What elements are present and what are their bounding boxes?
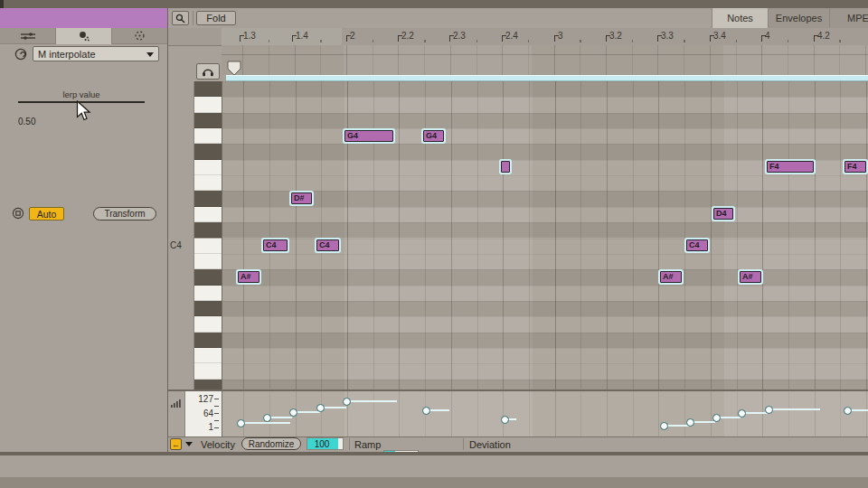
ruler-tick-label[interactable]: 4.2: [817, 31, 830, 41]
ruler-tick-label[interactable]: 2.3: [453, 31, 466, 41]
velocity-point[interactable]: [422, 407, 430, 415]
piano-key-black[interactable]: [194, 191, 222, 206]
velocity-point[interactable]: [501, 416, 509, 424]
velocity-editor[interactable]: [222, 391, 868, 436]
piano-key-white[interactable]: [194, 348, 222, 363]
grid-line-vertical: [373, 81, 374, 390]
velocity-point[interactable]: [765, 406, 773, 414]
playhead-marker[interactable]: [227, 61, 241, 76]
ruler-tick-label[interactable]: 3.3: [661, 31, 674, 41]
velocity-point[interactable]: [263, 414, 271, 422]
velocity-icon-cell: [168, 391, 184, 436]
preview-headphone-button[interactable]: [196, 63, 220, 80]
ruler-tick-label[interactable]: 3.4: [713, 31, 726, 41]
piano-key-black[interactable]: [194, 301, 222, 316]
device-tab-sliders[interactable]: [0, 28, 55, 44]
lane-chooser-arrow[interactable]: [185, 442, 193, 446]
velocity-point[interactable]: [660, 422, 668, 430]
piano-key-black[interactable]: [194, 113, 222, 128]
piano-key-black[interactable]: [194, 81, 222, 97]
device-selector-dropdown[interactable]: M interpolate: [33, 46, 159, 61]
auto-mode-icon[interactable]: [12, 207, 24, 220]
velocity-point[interactable]: [686, 418, 694, 427]
device-tab-expression[interactable]: [55, 28, 111, 44]
piano-key-white[interactable]: [194, 97, 222, 112]
fold-button[interactable]: Fold: [196, 11, 236, 25]
ruler-tick-label[interactable]: 2.4: [505, 31, 518, 41]
piano-key-white[interactable]: [194, 239, 222, 254]
grid-line-vertical: [555, 81, 556, 390]
velocity-point[interactable]: [844, 407, 852, 415]
grid-line-vertical: [607, 81, 608, 390]
piano-key-black[interactable]: [194, 333, 222, 348]
tab-notes-label: Notes: [727, 13, 753, 23]
grid-line-vertical: [450, 45, 451, 75]
ruler-tick-label[interactable]: 1.4: [296, 31, 308, 41]
velocity-point[interactable]: [712, 414, 721, 422]
ruler-tick-label[interactable]: 3: [558, 31, 563, 41]
row-divider: [222, 316, 868, 317]
piano-key-black[interactable]: [194, 144, 222, 159]
piano-key-white[interactable]: [194, 175, 222, 191]
grid-line-vertical: [528, 45, 529, 75]
param-value[interactable]: 0.50: [18, 117, 35, 127]
lane-name-label[interactable]: Velocity: [201, 439, 235, 450]
zoom-search-button[interactable]: [172, 11, 189, 25]
velocity-scale: 127 64 1: [184, 391, 222, 436]
grid-line-vertical: [658, 81, 659, 390]
ruler-subdivision-dash: [269, 40, 270, 42]
ruler-tick-label[interactable]: 4: [765, 31, 770, 41]
tab-notes[interactable]: Notes: [712, 8, 768, 28]
ruler-subdivision-dash: [580, 40, 581, 42]
grid-line-vertical: [788, 45, 788, 75]
scrub-area[interactable]: [222, 45, 868, 75]
piano-key-black[interactable]: [194, 222, 222, 238]
black-key-row-stripe: [222, 301, 868, 316]
piano-key-white[interactable]: [194, 128, 222, 144]
ruler-tick-label[interactable]: 2: [350, 31, 355, 41]
randomize-button[interactable]: Randomize: [241, 437, 301, 450]
piano-key-white[interactable]: [194, 160, 222, 175]
row-divider: [222, 286, 868, 286]
piano-key-white[interactable]: [194, 363, 222, 379]
bar-shading: [723, 45, 868, 75]
lane-back-button[interactable]: ←: [170, 438, 182, 450]
piano-key-white[interactable]: [194, 254, 222, 269]
velocity-point[interactable]: [237, 419, 245, 427]
velocity-point[interactable]: [316, 404, 325, 412]
transform-button[interactable]: Transform: [93, 207, 156, 221]
grid-line-vertical: [840, 81, 841, 390]
velocity-point[interactable]: [289, 408, 297, 417]
piano-key-white[interactable]: [194, 207, 222, 222]
velocity-duration-line: [293, 411, 320, 413]
tab-mpe-label: MPE: [847, 13, 868, 23]
device-tab-modulation[interactable]: [111, 28, 167, 44]
velocity-bars-icon: [171, 399, 181, 408]
ruler-tick-label[interactable]: 2.2: [401, 31, 414, 41]
grid-line-vertical: [425, 81, 426, 390]
device-title-bar[interactable]: [0, 8, 167, 28]
piano-key-white[interactable]: [194, 316, 222, 332]
grid-line-vertical: [373, 45, 373, 75]
tab-envelopes[interactable]: Envelopes: [768, 8, 829, 28]
velocity-point[interactable]: [738, 409, 746, 418]
grid-line-vertical: [269, 81, 270, 390]
auto-button[interactable]: Auto: [29, 207, 64, 221]
note-grid[interactable]: [222, 81, 868, 390]
beat-time-ruler[interactable]: 1.31.422.22.32.433.23.33.444.2: [168, 28, 868, 46]
row-divider: [222, 222, 868, 223]
velocity-point[interactable]: [343, 398, 351, 406]
piano-key-black[interactable]: [194, 269, 222, 285]
device-power-icon[interactable]: [14, 48, 27, 61]
toolbar-separator: [193, 11, 193, 25]
ruler-tick-label[interactable]: 3.2: [609, 31, 622, 41]
tab-mpe[interactable]: MPE: [829, 8, 868, 28]
loop-bar[interactable]: [226, 75, 868, 81]
randomize-amount-value: 100: [307, 438, 336, 449]
randomize-amount-field[interactable]: 100: [307, 437, 344, 450]
footer-bottom-strip: [0, 477, 868, 488]
grid-line-vertical: [477, 391, 478, 436]
piano-key-white[interactable]: [194, 286, 222, 301]
ruler-tick-label[interactable]: 1.3: [243, 31, 256, 41]
piano-keys[interactable]: [193, 81, 222, 390]
